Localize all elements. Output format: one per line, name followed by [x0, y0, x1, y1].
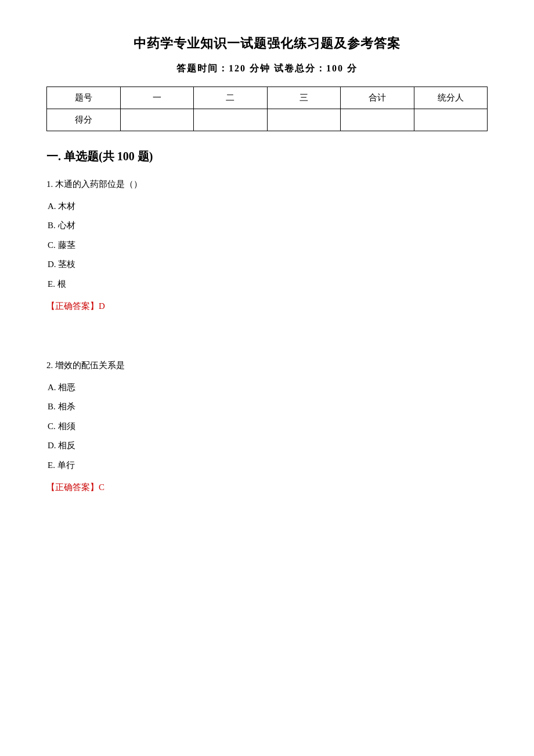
question-2-option-c: C. 相须 — [46, 419, 488, 434]
col-header-er: 二 — [194, 87, 268, 109]
subtitle: 答题时间：120 分钟 试卷总分：100 分 — [46, 63, 488, 75]
question-2-text: 2. 增效的配伍关系是 — [46, 358, 488, 373]
question-1-option-c: C. 藤茎 — [46, 238, 488, 253]
question-2-answer-value: C — [99, 483, 104, 492]
col-header-heji: 合计 — [341, 87, 414, 109]
question-2: 2. 增效的配伍关系是 A. 相恶 B. 相杀 C. 相须 D. 相反 E. 单… — [46, 358, 488, 493]
cell-yi — [120, 109, 194, 131]
score-table: 题号 一 二 三 合计 统分人 得分 — [46, 87, 488, 131]
question-1-option-b: B. 心材 — [46, 218, 488, 233]
question-2-answer-label: 【正确答案】 — [46, 483, 99, 492]
row-label-defen: 得分 — [47, 109, 121, 131]
question-1-option-a: A. 木材 — [46, 199, 488, 214]
question-2-option-d: D. 相反 — [46, 438, 488, 453]
question-2-option-a: A. 相恶 — [46, 380, 488, 395]
table-score-row: 得分 — [47, 109, 488, 131]
cell-tongfenren — [414, 109, 488, 131]
page-title: 中药学专业知识一试题强化练习题及参考答案 — [46, 35, 488, 52]
cell-san — [267, 109, 341, 131]
cell-er — [194, 109, 268, 131]
question-1: 1. 木通的入药部位是（） A. 木材 B. 心材 C. 藤茎 D. 茎枝 E.… — [46, 177, 488, 312]
question-1-option-e: E. 根 — [46, 277, 488, 292]
question-1-option-d: D. 茎枝 — [46, 257, 488, 272]
cell-heji — [341, 109, 414, 131]
question-1-answer-label: 【正确答案】 — [46, 301, 99, 311]
question-1-answer-value: D — [99, 301, 105, 311]
col-header-tihao: 题号 — [47, 87, 121, 109]
table-header-row: 题号 一 二 三 合计 统分人 — [47, 87, 488, 109]
section1-title: 一. 单选题(共 100 题) — [46, 149, 488, 164]
question-1-text: 1. 木通的入药部位是（） — [46, 177, 488, 192]
col-header-yi: 一 — [120, 87, 194, 109]
col-header-san: 三 — [267, 87, 341, 109]
col-header-tongfenren: 统分人 — [414, 87, 488, 109]
question-2-answer: 【正确答案】C — [46, 482, 488, 493]
question-2-option-e: E. 单行 — [46, 458, 488, 473]
question-2-option-b: B. 相杀 — [46, 399, 488, 415]
question-1-answer: 【正确答案】D — [46, 301, 488, 312]
